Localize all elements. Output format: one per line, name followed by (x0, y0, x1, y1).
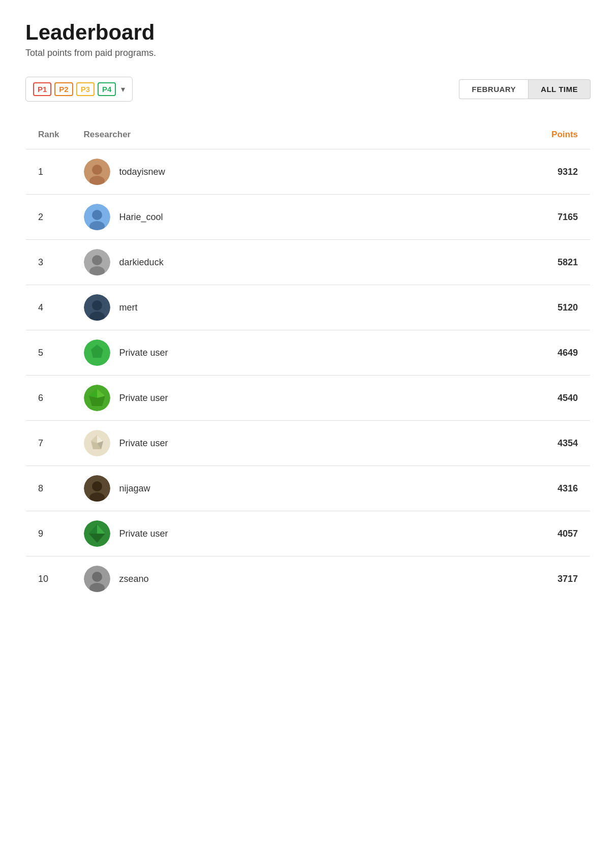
points-cell: 4057 (424, 511, 590, 556)
points-cell: 4354 (424, 421, 590, 466)
points-cell: 4540 (424, 376, 590, 421)
table-row: 3 darkieduck5821 (26, 240, 591, 285)
rank-cell: 8 (26, 466, 72, 511)
researcher-name[interactable]: Private user (119, 529, 168, 539)
rank-cell: 7 (26, 421, 72, 466)
researcher-cell: todayisnew (72, 149, 425, 195)
points-cell: 9312 (424, 149, 590, 195)
svg-point-10 (92, 300, 102, 311)
avatar (84, 249, 110, 275)
researcher-cell: mert (72, 285, 425, 330)
svg-point-24 (92, 481, 102, 491)
time-btn-february[interactable]: FEBRUARY (459, 79, 528, 99)
time-filter-buttons: FEBRUARY ALL TIME (459, 79, 591, 99)
avatar (84, 385, 110, 411)
researcher-name[interactable]: Harie_cool (119, 212, 163, 223)
rank-cell: 2 (26, 195, 72, 240)
table-row: 6 Private user4540 (26, 376, 591, 421)
researcher-name[interactable]: Private user (119, 348, 168, 358)
filter-tags-container: P1 P2 P3 P4 ▾ (25, 77, 133, 102)
table-header-row: Rank Researcher Points (26, 120, 591, 149)
rank-cell: 10 (26, 556, 72, 602)
table-row: 5 Private user4649 (26, 330, 591, 376)
researcher-cell: Private user (72, 376, 425, 421)
researcher-name[interactable]: Private user (119, 393, 168, 404)
avatar (84, 430, 110, 456)
filter-tag-p4[interactable]: P4 (98, 82, 116, 96)
svg-point-4 (92, 210, 102, 220)
researcher-name[interactable]: nijagaw (119, 483, 150, 494)
researcher-name[interactable]: Private user (119, 438, 168, 449)
leaderboard-table: Rank Researcher Points 1 todayisnew93122… (25, 120, 591, 602)
points-cell: 4316 (424, 466, 590, 511)
researcher-name[interactable]: todayisnew (119, 167, 165, 177)
page-subtitle: Total points from paid programs. (25, 48, 591, 58)
researcher-cell: Private user (72, 511, 425, 556)
table-row: 2 Harie_cool7165 (26, 195, 591, 240)
col-header-rank: Rank (26, 120, 72, 149)
filter-dropdown-arrow[interactable]: ▾ (121, 84, 125, 94)
researcher-cell: darkieduck (72, 240, 425, 285)
rank-cell: 4 (26, 285, 72, 330)
rank-cell: 1 (26, 149, 72, 195)
filter-tag-p1[interactable]: P1 (33, 82, 51, 96)
rank-cell: 5 (26, 330, 72, 376)
researcher-cell: Private user (72, 421, 425, 466)
points-cell: 3717 (424, 556, 590, 602)
avatar (84, 294, 110, 321)
researcher-cell: Harie_cool (72, 195, 425, 240)
rank-cell: 6 (26, 376, 72, 421)
rank-cell: 9 (26, 511, 72, 556)
researcher-name[interactable]: darkieduck (119, 257, 164, 268)
table-row: 10 zseano3717 (26, 556, 591, 602)
points-cell: 5821 (424, 240, 590, 285)
points-cell: 4649 (424, 330, 590, 376)
svg-point-7 (92, 255, 102, 265)
svg-point-1 (92, 165, 102, 175)
svg-point-31 (92, 572, 102, 582)
avatar (84, 520, 110, 547)
rank-cell: 3 (26, 240, 72, 285)
controls-row: P1 P2 P3 P4 ▾ FEBRUARY ALL TIME (25, 77, 591, 102)
leaderboard-body: 1 todayisnew93122 Harie_cool71653 darkie… (26, 149, 591, 602)
avatar (84, 475, 110, 502)
avatar (84, 159, 110, 185)
points-cell: 5120 (424, 285, 590, 330)
avatar (84, 204, 110, 230)
page-title: Leaderboard (25, 20, 591, 45)
avatar (84, 339, 110, 366)
col-header-points: Points (424, 120, 590, 149)
table-row: 4 mert5120 (26, 285, 591, 330)
points-cell: 7165 (424, 195, 590, 240)
filter-tag-p2[interactable]: P2 (54, 82, 73, 96)
table-row: 8 nijagaw4316 (26, 466, 591, 511)
table-row: 7 Private user4354 (26, 421, 591, 466)
table-row: 1 todayisnew9312 (26, 149, 591, 195)
col-header-researcher: Researcher (72, 120, 425, 149)
filter-tag-p3[interactable]: P3 (76, 82, 95, 96)
time-btn-alltime[interactable]: ALL TIME (528, 79, 591, 99)
table-row: 9 Private user4057 (26, 511, 591, 556)
researcher-cell: nijagaw (72, 466, 425, 511)
researcher-cell: Private user (72, 330, 425, 376)
avatar (84, 566, 110, 592)
researcher-name[interactable]: zseano (119, 574, 149, 584)
researcher-cell: zseano (72, 556, 425, 602)
researcher-name[interactable]: mert (119, 302, 138, 313)
